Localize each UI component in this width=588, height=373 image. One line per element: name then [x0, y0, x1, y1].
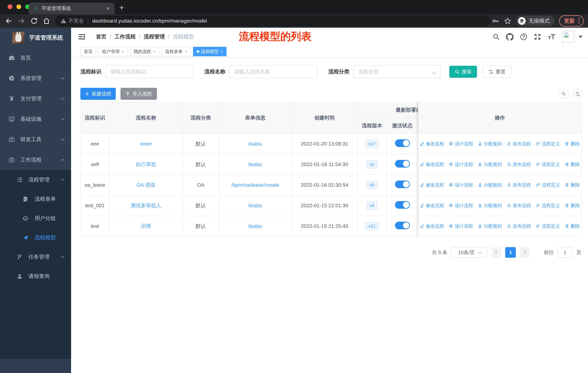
- sidebar-item-process-model[interactable]: 流程模型: [0, 228, 71, 247]
- tag-close-icon[interactable]: ×: [122, 49, 124, 54]
- publish-process-link[interactable]: 发布流程: [507, 141, 531, 147]
- process-definition-link[interactable]: 流程定义: [536, 202, 560, 209]
- delete-link[interactable]: 删除: [565, 182, 580, 188]
- reload-icon[interactable]: [30, 17, 38, 25]
- process-name-link[interactable]: 自己审批: [136, 161, 156, 167]
- process-name-link[interactable]: 滔博: [141, 223, 151, 229]
- sidebar-item-task-mgmt[interactable]: 任务管理: [0, 247, 71, 267]
- search-button[interactable]: 搜索: [449, 66, 477, 78]
- password-key-icon[interactable]: [492, 17, 499, 25]
- tag-close-icon[interactable]: ×: [153, 49, 156, 54]
- sidebar-item-system[interactable]: 系统管理: [0, 68, 71, 89]
- tag-close-icon[interactable]: ×: [185, 49, 187, 54]
- process-name-link[interactable]: 测试多审批人: [131, 203, 161, 208]
- github-icon[interactable]: [506, 33, 514, 40]
- process-definition-link[interactable]: 流程定义: [536, 141, 560, 147]
- design-process-link[interactable]: 设计流程: [449, 182, 473, 188]
- breadcrumb-item[interactable]: 首页: [96, 33, 106, 40]
- process-definition-link[interactable]: 流程定义: [536, 161, 560, 167]
- breadcrumb-item[interactable]: 工作流程: [115, 33, 136, 40]
- url-text[interactable]: dashboard.yudao.iocoder.cn/bpm/manager/m…: [92, 18, 207, 24]
- edit-process-link[interactable]: 修改流程: [420, 182, 444, 188]
- design-process-link[interactable]: 设计流程: [449, 141, 473, 147]
- close-window-button[interactable]: [8, 4, 12, 9]
- tag-process-model[interactable]: 流程模型 ×: [193, 47, 227, 56]
- sidebar-item-workflow[interactable]: 工作流程: [0, 150, 71, 170]
- assign-rule-link[interactable]: 分配规则: [478, 161, 502, 167]
- prev-page-button[interactable]: [492, 247, 501, 258]
- back-icon[interactable]: [5, 17, 13, 25]
- active-toggle[interactable]: [395, 181, 410, 188]
- form-info-link[interactable]: /bpm/oa/leave/create: [231, 182, 279, 188]
- form-info-link[interactable]: biubiu: [248, 141, 262, 147]
- tag-close-icon[interactable]: ×: [221, 49, 223, 54]
- goto-page-input[interactable]: [558, 247, 572, 258]
- assign-rule-link[interactable]: 分配规则: [478, 141, 502, 147]
- edit-process-link[interactable]: 修改流程: [420, 223, 444, 229]
- edit-process-link[interactable]: 修改流程: [420, 161, 444, 167]
- show-search-button[interactable]: [559, 89, 569, 99]
- delete-link[interactable]: 删除: [565, 223, 580, 229]
- publish-process-link[interactable]: 发布流程: [507, 182, 531, 188]
- app-logo[interactable]: 芋道管理系统: [0, 28, 71, 48]
- security-warning[interactable]: 不安全: [61, 18, 84, 24]
- help-icon[interactable]: [520, 33, 527, 40]
- active-toggle[interactable]: [395, 160, 410, 168]
- active-toggle[interactable]: [395, 139, 410, 147]
- reset-button[interactable]: 重置: [483, 66, 511, 78]
- publish-process-link[interactable]: 发布流程: [507, 223, 531, 229]
- bookmark-star-icon[interactable]: [504, 17, 511, 25]
- tag-tenant[interactable]: 租户管理 ×: [98, 47, 128, 56]
- sidebar-item-devtools[interactable]: 研发工具: [0, 129, 71, 150]
- sidebar-item-payment[interactable]: ¥ 支付管理: [0, 89, 71, 109]
- tag-home[interactable]: 首页: [80, 47, 96, 56]
- publish-process-link[interactable]: 发布流程: [507, 161, 531, 167]
- home-icon[interactable]: [43, 17, 50, 25]
- delete-link[interactable]: 删除: [565, 161, 580, 167]
- delete-link[interactable]: 删除: [565, 202, 580, 209]
- create-process-button[interactable]: 新建流程: [80, 88, 116, 100]
- font-size-icon[interactable]: [547, 33, 556, 40]
- tag-process-form[interactable]: 流程表单 ×: [161, 47, 191, 56]
- sidebar-item-home[interactable]: 首页: [0, 48, 71, 68]
- tag-my-process[interactable]: 我的流程 ×: [130, 47, 159, 56]
- active-toggle[interactable]: [395, 222, 410, 229]
- form-info-link[interactable]: biubiu: [248, 161, 262, 167]
- publish-process-link[interactable]: 发布流程: [507, 202, 531, 209]
- form-info-link[interactable]: biubiu: [248, 203, 262, 208]
- design-process-link[interactable]: 设计流程: [449, 202, 473, 209]
- filter-id-input[interactable]: [105, 65, 193, 78]
- process-name-link[interactable]: OA 请假: [136, 182, 155, 188]
- sidebar-item-process-mgmt[interactable]: 流程管理: [0, 170, 71, 189]
- sidebar-collapse-icon[interactable]: [78, 33, 86, 40]
- filter-name-input[interactable]: [230, 65, 317, 78]
- fullscreen-icon[interactable]: [534, 33, 541, 40]
- import-process-button[interactable]: 导入流程: [120, 88, 157, 100]
- active-toggle[interactable]: [395, 201, 410, 209]
- delete-link[interactable]: 删除: [565, 141, 580, 147]
- breadcrumb-item[interactable]: 流程管理: [144, 33, 165, 40]
- design-process-link[interactable]: 设计流程: [449, 223, 473, 229]
- search-icon[interactable]: [493, 33, 500, 40]
- update-menu-button[interactable]: 更新: [559, 15, 584, 27]
- page-size-select[interactable]: 10条/页: [451, 247, 488, 258]
- form-info-link[interactable]: biubiu: [248, 223, 262, 229]
- avatar[interactable]: [562, 31, 574, 43]
- assign-rule-link[interactable]: 分配规则: [478, 202, 502, 209]
- edit-process-link[interactable]: 修改流程: [420, 141, 444, 147]
- tab-close-icon[interactable]: ×: [106, 5, 110, 12]
- sidebar-item-user-group[interactable]: 用户分组: [0, 209, 71, 228]
- process-definition-link[interactable]: 流程定义: [536, 223, 560, 229]
- process-definition-link[interactable]: 流程定义: [536, 182, 560, 188]
- sidebar-item-leave-query[interactable]: 请假查询: [0, 267, 71, 286]
- sidebar-item-process-form[interactable]: 流程表单: [0, 189, 71, 209]
- assign-rule-link[interactable]: 分配规则: [478, 182, 502, 188]
- next-page-button[interactable]: [520, 247, 529, 258]
- browser-tab[interactable]: 芋道管理系统 ×: [29, 2, 115, 14]
- edit-process-link[interactable]: 修改流程: [420, 202, 444, 209]
- minimize-window-button[interactable]: [16, 4, 21, 9]
- design-process-link[interactable]: 设计流程: [449, 161, 473, 167]
- current-page-button[interactable]: 1: [505, 247, 516, 258]
- assign-rule-link[interactable]: 分配规则: [478, 223, 502, 229]
- refresh-table-button[interactable]: [573, 89, 583, 99]
